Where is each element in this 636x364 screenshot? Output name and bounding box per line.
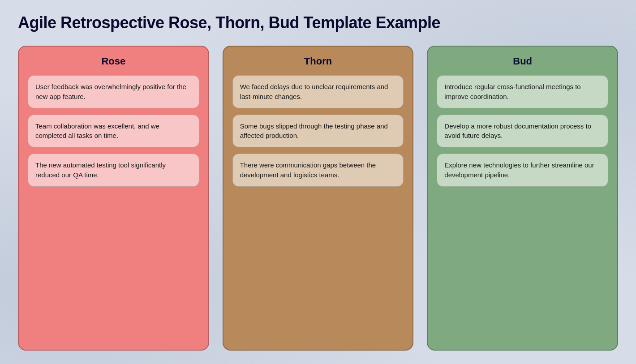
thorn-card-1: We faced delays due to unclear requireme… [232, 75, 404, 108]
rose-card-3: The new automated testing tool significa… [28, 154, 199, 187]
bud-card-3: Explore new technologies to further stre… [437, 154, 608, 187]
column-thorn-header: Thorn [232, 56, 404, 67]
column-bud: Bud Introduce regular cross-functional m… [427, 46, 618, 351]
thorn-card-3: There were communication gaps between th… [232, 154, 404, 187]
column-rose-header: Rose [28, 56, 199, 67]
page-title: Agile Retrospective Rose, Thorn, Bud Tem… [18, 13, 618, 32]
column-rose: Rose User feedback was overwhelmingly po… [18, 46, 209, 351]
column-thorn: Thorn We faced delays due to unclear req… [223, 46, 414, 351]
page-wrapper: Agile Retrospective Rose, Thorn, Bud Tem… [0, 0, 636, 364]
rose-card-2: Team collaboration was excellent, and we… [28, 115, 199, 148]
bud-card-1: Introduce regular cross-functional meeti… [437, 75, 608, 108]
thorn-card-2: Some bugs slipped through the testing ph… [232, 115, 404, 148]
columns-container: Rose User feedback was overwhelmingly po… [18, 46, 618, 351]
bud-card-2: Develop a more robust documentation proc… [437, 115, 608, 148]
rose-card-1: User feedback was overwhelmingly positiv… [28, 75, 199, 108]
column-bud-header: Bud [437, 56, 608, 67]
